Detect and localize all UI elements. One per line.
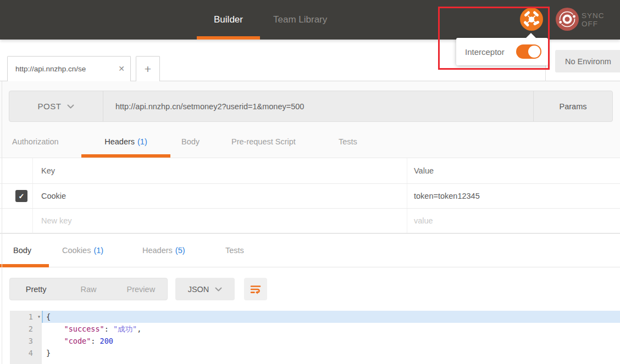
wrap-lines-button[interactable] — [244, 278, 267, 300]
code-line[interactable]: } — [42, 347, 620, 359]
code-token: : — [104, 324, 113, 333]
view-mode-preview[interactable]: Preview — [115, 285, 167, 294]
response-tab-body[interactable]: Body — [13, 234, 31, 267]
sync-status-label: SYNC OFF — [582, 0, 620, 40]
key-column-header: Key — [33, 158, 407, 183]
tab-label: Authorization — [12, 137, 59, 146]
key-placeholder: New key — [41, 216, 72, 225]
tab-label: Headers — [142, 246, 173, 255]
tab-headers[interactable]: Headers (1) — [81, 125, 170, 158]
code-token — [46, 324, 64, 333]
code-token: "success" — [64, 324, 104, 333]
params-button[interactable]: Params — [533, 91, 612, 121]
team-library-label: Team Library — [273, 14, 327, 25]
tab-label: Tests — [339, 137, 357, 146]
close-icon[interactable]: ✕ — [118, 57, 125, 81]
tab-pre-request-script[interactable]: Pre-request Script — [231, 125, 296, 158]
key-header-label: Key — [41, 166, 55, 175]
tab-count: (1) — [137, 137, 147, 146]
table-row-new: New key value — [0, 209, 620, 233]
postman-app: Builder Team Library — [0, 0, 620, 364]
tab-tests[interactable]: Tests — [339, 125, 357, 158]
view-mode-pretty[interactable]: Pretty — [10, 285, 62, 294]
fold-caret-icon[interactable]: ▾ — [37, 311, 41, 323]
table-header-row: Key Value — [0, 158, 620, 184]
code-token: , — [137, 324, 141, 333]
view-mode-raw[interactable]: Raw — [62, 285, 114, 294]
code-line[interactable]: "success": "成功", — [42, 323, 620, 335]
code-line[interactable]: "code": 200 — [42, 335, 620, 347]
checkbox-cell: ✓ — [0, 184, 33, 208]
value-value: token=token12345 — [414, 192, 480, 200]
language-label: JSON — [188, 285, 209, 294]
tab-label: Body — [181, 137, 200, 146]
interceptor-button[interactable] — [520, 8, 543, 31]
checkbox-cell — [0, 209, 33, 233]
checkbox-column-header — [0, 158, 33, 183]
chevron-down-icon — [215, 287, 222, 292]
params-label: Params — [560, 102, 587, 111]
url-value: http://api.nnzhp.cn/setmoney2?userid=1&m… — [115, 102, 304, 111]
tab-authorization[interactable]: Authorization — [12, 125, 59, 158]
response-tabs: Body Cookies (1) Headers (5) Tests — [0, 234, 620, 267]
tab-count: (5) — [175, 246, 185, 255]
left-panel-edge — [2, 81, 2, 364]
response-tab-tests[interactable]: Tests — [225, 234, 244, 267]
method-label: POST — [38, 102, 62, 111]
request-builder: POST http://api.nnzhp.cn/setmoney2?useri… — [0, 81, 620, 158]
tab-label: Headers — [104, 137, 135, 146]
nav-tab-team-library[interactable]: Team Library — [273, 0, 327, 40]
gutter-numbers[interactable]: 1▾234 — [10, 311, 42, 364]
check-icon: ✓ — [19, 192, 25, 200]
view-mode-group: Pretty Raw Preview — [9, 278, 168, 300]
tab-body[interactable]: Body — [181, 125, 200, 158]
new-key-input[interactable]: New key — [33, 209, 407, 233]
headers-table: Key Value ✓ Cookie token=token12345 New … — [0, 158, 620, 233]
table-row: ✓ Cookie token=token12345 — [0, 184, 620, 209]
code-token: { — [46, 312, 51, 321]
tab-label: Tests — [225, 246, 244, 255]
nav-tab-builder[interactable]: Builder — [197, 0, 260, 40]
wrap-lines-icon — [250, 283, 262, 295]
line-number[interactable]: 2 — [10, 323, 42, 335]
url-input[interactable]: http://api.nnzhp.cn/setmoney2?userid=1&m… — [103, 91, 533, 121]
code-token: } — [46, 349, 51, 357]
interceptor-icon — [520, 8, 543, 31]
response-section: Body Cookies (1) Headers (5) Tests Prett… — [0, 233, 620, 364]
line-number[interactable]: 3 — [10, 335, 42, 347]
new-tab-button[interactable]: + — [136, 56, 160, 81]
active-tab-underline — [0, 264, 49, 267]
code-token: : — [91, 337, 99, 345]
code-token: "成功" — [113, 324, 137, 333]
builder-label: Builder — [214, 14, 243, 25]
tab-label: Body — [13, 246, 31, 255]
row-checkbox-checked[interactable]: ✓ — [15, 190, 27, 202]
code-lines[interactable]: { "success": "成功", "code": 200} — [42, 311, 620, 359]
response-tab-headers[interactable]: Headers (5) — [142, 234, 185, 267]
environment-selector[interactable]: No Environm — [555, 50, 620, 72]
language-dropdown[interactable]: JSON — [175, 278, 235, 300]
sync-button[interactable] — [556, 8, 579, 31]
interceptor-popover: Interceptor — [456, 38, 548, 65]
response-tab-cookies[interactable]: Cookies (1) — [62, 234, 103, 267]
line-number[interactable]: 4 — [10, 347, 42, 359]
plus-icon: + — [145, 63, 151, 76]
request-tab-title: http://api.nnzhp.cn/se — [15, 65, 109, 73]
line-number[interactable]: 1▾ — [10, 311, 42, 323]
sync-icon — [556, 8, 579, 31]
request-tab[interactable]: http://api.nnzhp.cn/se ✕ — [7, 56, 131, 81]
interceptor-toggle[interactable] — [516, 44, 541, 59]
new-value-input[interactable]: value — [407, 209, 620, 233]
tab-count: (1) — [93, 246, 103, 255]
value-placeholder: value — [414, 216, 433, 225]
tab-label: Cookies — [62, 246, 91, 255]
method-dropdown[interactable]: POST — [9, 91, 103, 121]
key-cell[interactable]: Cookie — [33, 184, 407, 208]
key-value: Cookie — [41, 192, 66, 200]
environment-label: No Environm — [565, 57, 611, 66]
toggle-knob — [528, 46, 540, 58]
value-cell[interactable]: token=token12345 — [407, 184, 620, 208]
code-line[interactable]: { — [42, 311, 620, 323]
request-bar: POST http://api.nnzhp.cn/setmoney2?useri… — [9, 91, 613, 122]
value-column-header: Value — [407, 158, 620, 183]
